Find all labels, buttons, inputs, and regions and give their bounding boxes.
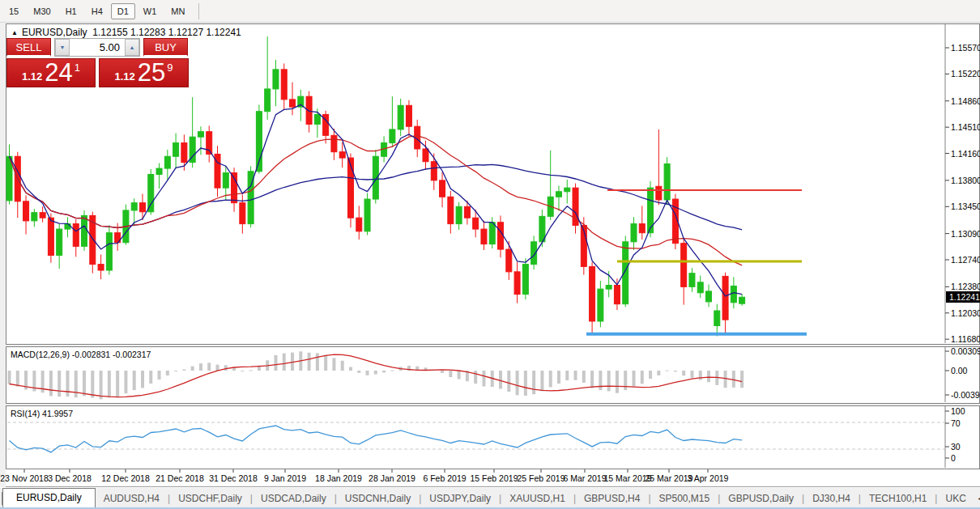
timeframe-button-mn[interactable]: MN [164,3,191,19]
price-axis-label: 1.14860 [951,96,980,106]
date-axis-label: 25 Feb 2019 [518,473,565,483]
price-axis-label: 1.12380 [951,282,980,291]
chart-title: ▲EURUSD,Daily 1.12155 1.12283 1.12127 1.… [11,27,241,38]
timeframe-button-d1[interactable]: D1 [111,3,135,19]
timeframe-button-h1[interactable]: H1 [59,3,83,19]
rsi-axis-label: 100 [951,406,965,416]
tab-scroll-left-icon[interactable]: ◄ [974,494,980,503]
up-triangle-icon: ▲ [11,29,18,36]
date-axis-label: 6 Feb 2019 [423,473,466,483]
timeframe-button-15[interactable]: 15 [2,3,25,19]
tab-usdchf-daily[interactable]: USDCHF,Daily [170,490,250,507]
tab-gbpusd-daily[interactable]: GBPUSD,Daily [720,490,802,507]
tab-usdcad-daily[interactable]: USDCAD,Daily [253,490,334,507]
volume-stepper: ▼ ▲ [54,38,140,57]
volume-input[interactable] [70,39,125,56]
volume-decrease-button[interactable]: ▼ [55,39,70,56]
date-axis-label: 6 Mar 2019 [563,473,606,483]
date-axis-label: 12 Dec 2018 [101,473,150,483]
price-axis-label: 1.15570 [951,43,980,53]
timeframe-button-h4[interactable]: H4 [85,3,109,19]
tab-gbpusd-h4[interactable]: GBPUSD,H4 [576,490,648,507]
price-axis-label: 1.11680 [951,334,980,344]
price-axis-label: 1.14510 [951,122,980,132]
date-axis-label: 23 Nov 2018 [0,473,49,483]
macd-panel[interactable] [6,346,980,404]
rsi-axis-label: 70 [951,418,961,428]
rsi-indicator-label: RSI(14) 41.9957 [11,409,73,418]
rsi-axis-label: 0 [951,453,956,463]
sell-button[interactable]: SELL [6,38,51,57]
tab-eurusd-daily[interactable]: EURUSD,Daily [2,488,96,509]
mt4-window: 15M30H1H4D1W1MN ▲EURUSD,Daily 1.12155 1.… [0,0,980,509]
buy-button[interactable]: BUY [143,38,188,57]
macd-axis-label: -0.003947 [951,390,980,400]
sell-price-pip: 1 [75,62,80,74]
date-axis-label: 18 Jan 2019 [315,473,362,483]
rsi-panel[interactable] [6,405,980,469]
timeframe-toolbar: 15M30H1H4D1W1MN [0,0,980,23]
date-axis-label: 31 Dec 2018 [209,473,258,483]
price-axis-label: 1.12740 [951,255,980,265]
tab-dj30-h4[interactable]: DJ30,H4 [804,490,859,507]
tab-xauusd-h1[interactable]: XAUUSD,H1 [501,490,573,507]
price-axis-label: 1.12030 [951,308,980,318]
date-axis-label: 9 Jan 2019 [264,473,306,483]
tab-usdcnh-daily[interactable]: USDCNH,Daily [337,490,419,507]
current-price-tag: 1.12241 [946,291,980,303]
price-axis-label: 1.13090 [951,229,980,239]
buy-price-main: 25 [138,62,165,84]
price-axis-label: 1.15220 [951,69,980,78]
date-axis-label: 3 Apr 2019 [688,473,729,483]
price-axis-label: 1.13800 [951,176,980,185]
sell-price-prefix: 1.12 [22,70,42,83]
date-axis-label: 21 Dec 2018 [156,473,204,483]
one-click-trading-widget: SELL ▼ ▲ BUY 1.12 24 1 1.12 25 9 [6,38,189,87]
buy-price-pip: 9 [167,62,173,74]
volume-increase-button[interactable]: ▲ [125,39,139,56]
macd-indicator-label: MACD(12,26,9) -0.002831 -0.002317 [11,350,151,359]
macd-axis-label: 0.003095 [951,346,980,356]
chart-tab-bar: EURUSD,DailyAUDUSD,H4|USDCHF,Daily|USDCA… [0,487,980,508]
tab-usdjpy-daily[interactable]: USDJPY,Daily [421,490,499,507]
buy-price-display[interactable]: 1.12 25 9 [99,58,189,87]
date-axis-label: 15 Feb 2019 [471,473,518,483]
date-axis-label: 28 Jan 2019 [369,473,415,483]
chart-symbol: EURUSD,Daily [22,27,87,38]
chart-ohlc: 1.12155 1.12283 1.12127 1.12241 [92,27,241,38]
macd-axis-label: 0.00 [951,366,967,375]
price-axis-label: 1.13450 [951,201,980,211]
tab-audusd-h4[interactable]: AUDUSD,H4 [96,490,168,507]
date-axis-label: 3 Dec 2018 [48,473,92,483]
toolbar-separator [198,3,199,19]
sell-price-display[interactable]: 1.12 24 1 [6,58,96,87]
tab-sp500-m15[interactable]: SP500,M15 [651,490,718,507]
sell-price-main: 24 [45,62,72,84]
rsi-axis-label: 30 [951,442,961,452]
timeframe-button-w1[interactable]: W1 [137,3,164,19]
timeframe-button-m30[interactable]: M30 [27,3,57,19]
price-axis-label: 1.14160 [951,149,980,159]
buy-price-prefix: 1.12 [114,70,134,83]
tab-tech100-h1[interactable]: TECH100,H1 [861,490,935,507]
date-axis-label: 25 Mar 2019 [646,473,693,483]
tab-ukc[interactable]: UKC [937,490,974,507]
